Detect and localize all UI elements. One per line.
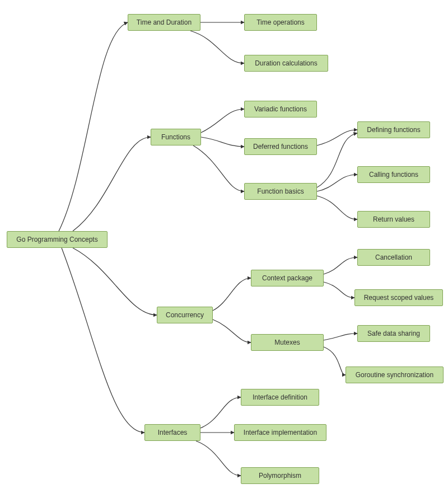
node-time-duration[interactable]: Time and Duration [128, 14, 200, 31]
node-label: Deferred functions [253, 143, 308, 151]
node-cancellation[interactable]: Cancellation [357, 249, 430, 266]
node-interface-definition[interactable]: Interface definition [241, 389, 319, 406]
node-label: Goroutine synchronization [356, 371, 433, 379]
node-function-basics[interactable]: Function basics [244, 183, 317, 200]
node-mutexes[interactable]: Mutexes [251, 334, 324, 351]
node-time-operations[interactable]: Time operations [244, 14, 317, 31]
node-return-values[interactable]: Return values [357, 211, 430, 228]
node-label: Time operations [256, 18, 305, 26]
node-label: Interfaces [158, 429, 188, 436]
node-duration-calculations[interactable]: Duration calculations [244, 55, 328, 72]
node-label: Defining functions [367, 126, 420, 134]
node-safe-data-sharing[interactable]: Safe data sharing [357, 325, 430, 342]
node-polymorphism[interactable]: Polymorphism [241, 467, 319, 484]
node-label: Cancellation [375, 253, 412, 261]
node-interface-implementation[interactable]: Interface implementation [234, 424, 326, 441]
node-context-package[interactable]: Context package [251, 270, 324, 286]
node-label: Go Programming Concepts [16, 236, 97, 243]
node-root[interactable]: Go Programming Concepts [7, 231, 108, 248]
node-interfaces[interactable]: Interfaces [144, 424, 200, 441]
node-deferred-functions[interactable]: Deferred functions [244, 138, 317, 155]
node-label: Safe data sharing [367, 330, 420, 337]
node-label: Duration calculations [255, 59, 317, 67]
node-label: Variadic functions [254, 105, 307, 113]
node-calling-functions[interactable]: Calling functions [357, 166, 430, 183]
node-label: Function basics [257, 187, 304, 195]
node-label: Context package [262, 274, 312, 282]
node-defining-functions[interactable]: Defining functions [357, 121, 430, 138]
node-label: Interface definition [253, 393, 307, 401]
node-label: Calling functions [369, 171, 418, 178]
node-label: Return values [373, 215, 414, 223]
node-label: Polymorphism [259, 472, 301, 480]
node-label: Concurrency [166, 311, 204, 319]
node-label: Time and Duration [137, 18, 192, 26]
node-functions[interactable]: Functions [151, 129, 201, 145]
node-goroutine-synchronization[interactable]: Goroutine synchronization [346, 367, 444, 383]
node-label: Functions [161, 133, 190, 141]
node-label: Request scoped values [364, 294, 434, 302]
node-label: Mutexes [274, 339, 300, 346]
node-concurrency[interactable]: Concurrency [157, 307, 213, 323]
node-variadic-functions[interactable]: Variadic functions [244, 101, 317, 118]
node-request-scoped-values[interactable]: Request scoped values [354, 289, 443, 306]
node-label: Interface implementation [244, 429, 317, 436]
